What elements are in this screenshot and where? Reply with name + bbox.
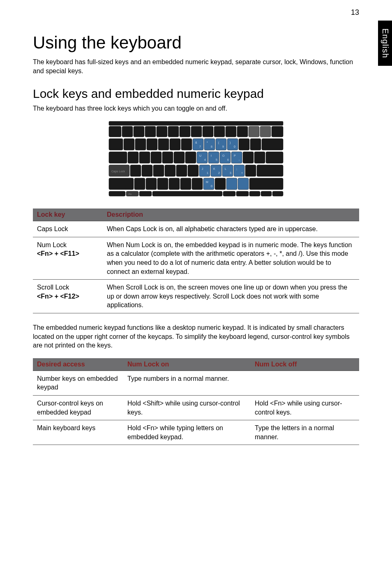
svg-rect-64	[180, 178, 191, 190]
svg-rect-33	[139, 152, 150, 163]
svg-rect-66	[203, 178, 214, 190]
svg-rect-13	[237, 126, 248, 137]
svg-rect-15	[260, 126, 271, 137]
numlock-off-cell	[251, 371, 359, 395]
svg-rect-46	[130, 165, 141, 176]
svg-text:5: 5	[216, 158, 217, 161]
svg-rect-34	[151, 152, 161, 163]
svg-rect-57	[257, 165, 283, 176]
lock-key-name: Caps Lock	[37, 225, 68, 232]
table-row: Num Lock <Fn> + <F11> When Num Lock is o…	[33, 237, 359, 279]
lock-key-combo: <Fn> + <F12>	[37, 293, 79, 300]
lock-key-desc: When Scroll Lock is on, the screen moves…	[103, 280, 359, 313]
svg-rect-8	[180, 126, 190, 137]
svg-rect-23	[181, 139, 192, 150]
svg-rect-39	[208, 152, 219, 163]
table1-header-lockkey: Lock key	[33, 209, 103, 221]
svg-rect-16	[272, 126, 283, 137]
svg-rect-79	[272, 191, 283, 196]
svg-text:1: 1	[207, 171, 208, 174]
svg-rect-7	[168, 126, 179, 137]
svg-text:P: P	[234, 154, 236, 157]
svg-text:9: 9	[222, 145, 224, 148]
svg-rect-59	[109, 178, 134, 190]
language-tab-label: English	[380, 28, 390, 58]
svg-rect-6	[157, 126, 167, 137]
svg-rect-1	[109, 121, 283, 125]
svg-text:3: 3	[230, 171, 231, 174]
svg-text:2: 2	[218, 171, 220, 174]
lock-key-cell: Scroll Lock <Fn> + <F12>	[33, 280, 103, 313]
svg-rect-56	[245, 165, 256, 176]
svg-rect-18	[124, 139, 134, 150]
svg-rect-38	[197, 152, 208, 163]
intro-paragraph: The keyboard has full-sized keys and an …	[33, 58, 359, 75]
svg-rect-10	[203, 126, 213, 137]
svg-rect-61	[146, 178, 157, 190]
svg-rect-2	[109, 126, 121, 137]
lock-keys-table: Lock key Description Caps Lock When Caps…	[33, 209, 359, 313]
svg-rect-75	[223, 191, 235, 196]
svg-rect-76	[236, 191, 249, 196]
svg-rect-37	[185, 152, 196, 163]
table-row: Main keyboard keys Hold <Fn> while typin…	[33, 420, 359, 445]
svg-rect-12	[226, 126, 236, 137]
svg-text:K: K	[213, 167, 215, 170]
svg-rect-60	[134, 178, 145, 190]
page-number: 13	[351, 8, 359, 17]
table2-header-access: Desired access	[33, 358, 123, 371]
lock-key-desc: When Caps Lock is on, all alphabetic cha…	[103, 221, 359, 237]
svg-text:O: O	[222, 154, 225, 157]
svg-rect-31	[109, 152, 127, 163]
svg-text:;: ;	[236, 167, 237, 170]
table-row: Cursor-control keys on embedded keypad H…	[33, 395, 359, 420]
svg-text:6: 6	[227, 158, 229, 161]
svg-rect-30	[262, 139, 283, 150]
svg-rect-67	[215, 178, 226, 190]
svg-rect-3	[122, 126, 133, 137]
svg-rect-48	[153, 165, 164, 176]
lock-key-cell: Caps Lock	[33, 221, 103, 237]
svg-rect-17	[109, 139, 123, 150]
svg-rect-69	[238, 178, 249, 190]
svg-rect-65	[192, 178, 203, 190]
page-title: Using the keyboard	[33, 33, 359, 53]
numlock-off-cell: Type the letters in a normal manner.	[251, 420, 359, 445]
svg-rect-55	[234, 165, 244, 176]
table-row: Caps Lock When Caps Lock is on, all alph…	[33, 221, 359, 237]
svg-rect-21	[158, 139, 169, 150]
keyboard-image-container: Caps Lock	[33, 119, 359, 199]
svg-rect-47	[142, 165, 152, 176]
access-cell: Number keys on embedded keypad	[33, 371, 123, 395]
svg-rect-44	[266, 152, 283, 163]
svg-text:8: 8	[211, 145, 212, 148]
svg-text:7: 7	[199, 145, 201, 148]
table2-header-numlock-on: Num Lock on	[123, 358, 251, 371]
svg-rect-43	[254, 152, 265, 163]
svg-text:I: I	[211, 154, 212, 157]
svg-rect-42	[243, 152, 254, 163]
svg-rect-20	[147, 139, 157, 150]
svg-text:U: U	[199, 154, 201, 157]
svg-rect-35	[162, 152, 173, 163]
section-subtext: The keyboard has three lock keys which y…	[33, 105, 359, 112]
svg-rect-14	[249, 126, 259, 137]
svg-rect-41	[231, 152, 242, 163]
svg-rect-32	[128, 152, 138, 163]
table2-header-numlock-off: Num Lock off	[251, 358, 359, 371]
page: 13 English Using the keyboard The keyboa…	[0, 0, 392, 475]
svg-rect-73	[139, 191, 152, 196]
desired-access-table: Desired access Num Lock on Num Lock off …	[33, 358, 359, 445]
table-row: Scroll Lock <Fn> + <F12> When Scroll Loc…	[33, 280, 359, 313]
svg-text:J: J	[202, 167, 203, 170]
svg-rect-24	[193, 139, 203, 150]
keyboard-illustration: Caps Lock	[106, 119, 286, 197]
svg-rect-49	[165, 165, 175, 176]
svg-text:+: +	[241, 171, 243, 174]
svg-rect-25	[204, 139, 215, 150]
svg-rect-27	[227, 139, 238, 150]
svg-rect-29	[250, 139, 261, 150]
access-cell: Main keyboard keys	[33, 420, 123, 445]
lock-key-name: Num Lock	[37, 241, 67, 248]
svg-rect-62	[157, 178, 168, 190]
